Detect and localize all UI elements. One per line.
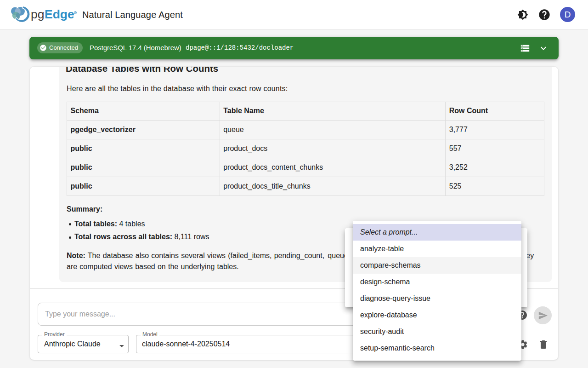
svg-text:Edge: Edge bbox=[45, 7, 74, 21]
svg-text:pg: pg bbox=[31, 7, 44, 21]
